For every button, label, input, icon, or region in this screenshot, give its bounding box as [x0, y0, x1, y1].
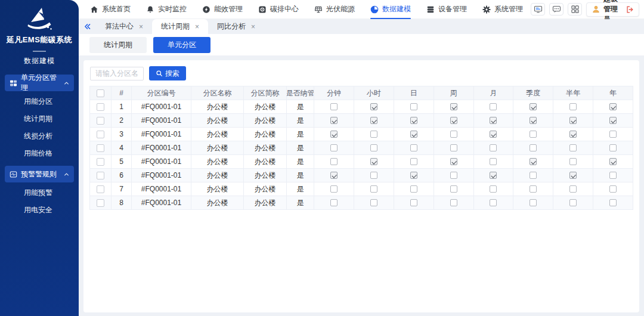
period-checkbox-半年[interactable] — [569, 117, 577, 124]
logout-icon[interactable] — [626, 5, 634, 14]
period-checkbox-年[interactable] — [609, 103, 617, 110]
sidebar-group-2[interactable]: 预警警规则 — [5, 166, 74, 182]
sidebar-item-1-2[interactable]: 统计周期 — [0, 110, 79, 128]
period-checkbox-日[interactable] — [410, 185, 417, 193]
topnav-item-8[interactable]: 系统管理 — [475, 0, 531, 19]
period-checkbox-小时[interactable] — [370, 185, 377, 193]
period-checkbox-月[interactable] — [490, 199, 497, 206]
period-checkbox-分钟[interactable] — [330, 172, 338, 179]
sidebar-item-1-3[interactable]: 线损分析 — [0, 128, 79, 145]
close-icon[interactable]: × — [251, 23, 255, 30]
period-checkbox-日[interactable] — [410, 172, 417, 179]
topnav-item-2[interactable]: 实时监控 — [138, 0, 194, 19]
period-checkbox-分钟[interactable] — [330, 199, 338, 206]
row-checkbox[interactable] — [97, 131, 104, 138]
user-chip[interactable]: 超级管理员 — [586, 2, 639, 17]
period-checkbox-分钟[interactable] — [330, 158, 338, 165]
tab-2[interactable]: 统计周期× — [152, 19, 208, 34]
row-checkbox[interactable] — [97, 199, 104, 207]
sidebar-item-2-2[interactable]: 用电安全 — [0, 202, 79, 219]
screen-button[interactable] — [531, 3, 545, 16]
period-checkbox-年[interactable] — [609, 172, 617, 179]
topnav-item-7[interactable]: 设备管理 — [419, 0, 475, 19]
topnav-item-5[interactable]: 光伏能源 — [306, 0, 363, 19]
period-checkbox-小时[interactable] — [370, 117, 377, 124]
period-checkbox-分钟[interactable] — [330, 103, 338, 110]
period-checkbox-半年[interactable] — [569, 131, 577, 138]
period-checkbox-年[interactable] — [609, 117, 617, 124]
period-checkbox-半年[interactable] — [569, 144, 577, 151]
period-checkbox-月[interactable] — [490, 131, 497, 138]
period-checkbox-周[interactable] — [450, 158, 457, 165]
period-checkbox-年[interactable] — [609, 131, 617, 138]
period-checkbox-小时[interactable] — [370, 199, 377, 206]
close-icon[interactable]: × — [139, 23, 143, 30]
period-checkbox-周[interactable] — [450, 131, 457, 138]
message-button[interactable] — [549, 3, 564, 16]
period-checkbox-年[interactable] — [609, 144, 617, 151]
period-checkbox-小时[interactable] — [370, 144, 377, 151]
sidebar-item-1-4[interactable]: 用能价格 — [0, 145, 79, 162]
row-checkbox[interactable] — [97, 185, 104, 193]
period-checkbox-季度[interactable] — [530, 131, 537, 138]
search-button[interactable]: 搜索 — [149, 66, 186, 80]
row-checkbox[interactable] — [97, 117, 104, 125]
period-checkbox-月[interactable] — [490, 144, 497, 151]
period-checkbox-季度[interactable] — [530, 144, 537, 151]
period-checkbox-半年[interactable] — [569, 103, 577, 110]
period-checkbox-周[interactable] — [450, 185, 457, 193]
close-icon[interactable]: × — [195, 23, 199, 30]
period-checkbox-分钟[interactable] — [330, 185, 338, 193]
period-checkbox-小时[interactable] — [370, 158, 377, 165]
period-checkbox-周[interactable] — [450, 103, 457, 110]
apps-grid-button[interactable] — [568, 3, 582, 16]
tab-1[interactable]: 算法中心× — [96, 19, 152, 34]
search-input[interactable] — [90, 67, 144, 80]
period-checkbox-年[interactable] — [609, 185, 617, 193]
row-checkbox[interactable] — [97, 144, 104, 152]
period-checkbox-日[interactable] — [410, 103, 417, 110]
period-checkbox-周[interactable] — [450, 144, 457, 151]
period-checkbox-半年[interactable] — [569, 185, 577, 193]
period-checkbox-年[interactable] — [609, 158, 617, 165]
period-checkbox-月[interactable] — [490, 103, 497, 110]
period-checkbox-分钟[interactable] — [330, 144, 338, 151]
sidebar-group-1[interactable]: 单元分区管理 — [5, 75, 74, 91]
toggle-button-2[interactable]: 单元分区 — [153, 37, 210, 53]
period-checkbox-日[interactable] — [410, 117, 417, 124]
period-checkbox-月[interactable] — [490, 158, 497, 165]
period-checkbox-日[interactable] — [410, 199, 417, 206]
period-checkbox-分钟[interactable] — [330, 131, 338, 138]
period-checkbox-月[interactable] — [490, 185, 497, 193]
period-checkbox-季度[interactable] — [530, 199, 537, 206]
period-checkbox-季度[interactable] — [530, 103, 537, 110]
period-checkbox-季度[interactable] — [530, 185, 537, 193]
period-checkbox-周[interactable] — [450, 199, 457, 206]
period-checkbox-分钟[interactable] — [330, 117, 338, 124]
period-checkbox-半年[interactable] — [569, 199, 577, 206]
period-checkbox-季度[interactable] — [530, 172, 537, 179]
period-checkbox-半年[interactable] — [569, 158, 577, 165]
row-checkbox[interactable] — [97, 103, 104, 111]
period-checkbox-月[interactable] — [490, 117, 497, 124]
period-checkbox-日[interactable] — [410, 131, 417, 138]
collapse-tabs-icon[interactable] — [81, 19, 96, 34]
period-checkbox-月[interactable] — [490, 172, 497, 179]
select-all-checkbox[interactable] — [97, 89, 104, 97]
tab-3[interactable]: 同比分析× — [208, 19, 264, 34]
row-checkbox[interactable] — [97, 172, 104, 179]
period-checkbox-小时[interactable] — [370, 131, 377, 138]
period-checkbox-日[interactable] — [410, 158, 417, 165]
sidebar-item-2-1[interactable]: 用能预警 — [0, 184, 79, 202]
period-checkbox-小时[interactable] — [370, 172, 377, 179]
period-checkbox-季度[interactable] — [530, 117, 537, 124]
period-checkbox-年[interactable] — [609, 199, 617, 206]
topnav-item-1[interactable]: 系统首页 — [82, 0, 138, 19]
topnav-item-4[interactable]: 碳排中心 — [250, 0, 306, 19]
period-checkbox-周[interactable] — [450, 172, 457, 179]
topnav-item-3[interactable]: 能效管理 — [194, 0, 250, 19]
period-checkbox-小时[interactable] — [370, 103, 377, 110]
sidebar-item-1-1[interactable]: 用能分区 — [0, 93, 79, 110]
period-checkbox-周[interactable] — [450, 117, 457, 124]
period-checkbox-日[interactable] — [410, 144, 417, 151]
